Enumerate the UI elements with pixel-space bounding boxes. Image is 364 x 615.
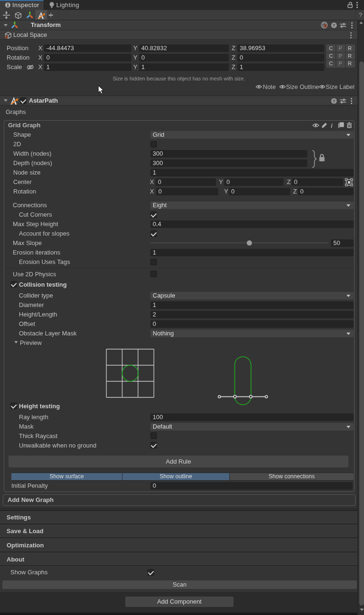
svg-text:?: ? <box>333 23 336 28</box>
svg-text:?: ? <box>333 98 336 104</box>
